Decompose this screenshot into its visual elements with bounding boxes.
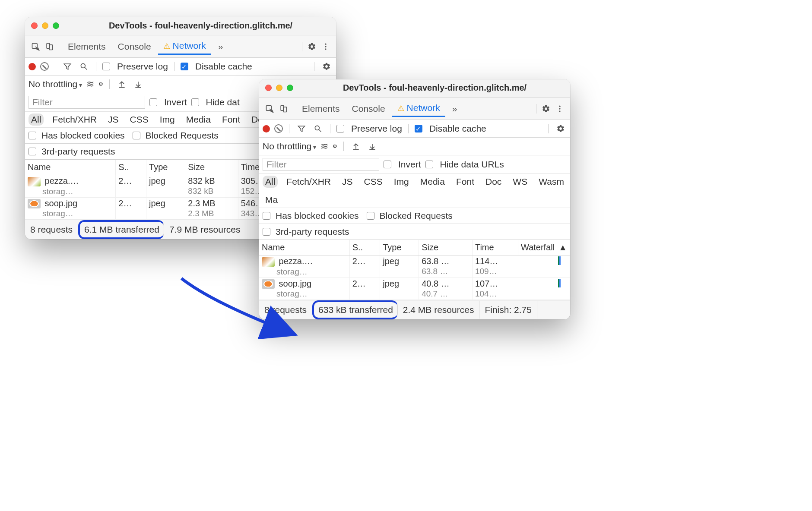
network-conditions-icon[interactable] [320,141,328,152]
col-name[interactable]: Name [25,160,116,175]
filter-font[interactable]: Font [454,176,477,188]
zoom-icon[interactable] [53,22,59,29]
clear-button[interactable] [40,62,49,71]
settings-icon[interactable] [306,41,318,53]
col-type[interactable]: Type [146,160,185,175]
inspect-icon[interactable] [29,41,41,53]
invert-label: Invert [398,159,421,170]
status-bar: 8 requests 633 kB transferred 2.4 MB res… [259,300,570,319]
svg-point-13 [315,126,319,130]
close-icon[interactable] [31,22,38,29]
network-toolbar: Preserve log Disable cache [25,58,336,76]
table-row[interactable]: pezza.… storag… 2… jpeg 63.8 …63.8 … 114… [259,256,570,278]
third-party-checkbox[interactable] [29,148,36,155]
col-time[interactable]: Time [472,240,518,256]
download-har-icon[interactable] [132,78,144,90]
svg-point-12 [559,110,560,112]
clear-button[interactable] [274,124,283,133]
zoom-icon[interactable] [287,85,293,91]
invert-checkbox[interactable] [149,98,157,106]
table-row[interactable]: soop.jpg storag… 2… jpeg 40.8 …40.7 … 10… [259,278,570,300]
upload-har-icon[interactable] [116,78,128,90]
thumbnail-icon [28,177,41,186]
col-name[interactable]: Name [259,240,349,256]
tab-network[interactable]: Network [392,100,445,117]
disable-cache-checkbox[interactable] [181,63,188,70]
hide-data-checkbox[interactable] [425,161,433,168]
download-har-icon[interactable] [366,140,378,152]
tab-more[interactable]: » [213,39,228,54]
thumbnail-icon [262,257,275,267]
panel-tabs: Elements Console Network » [25,35,336,58]
filter-icon[interactable] [61,60,73,73]
blocked-requests-checkbox[interactable] [133,132,140,139]
filter-icon[interactable] [295,123,308,135]
col-status[interactable]: S.. [349,240,380,256]
filter-js[interactable]: JS [339,176,355,188]
record-button[interactable] [263,125,270,132]
tab-more[interactable]: » [447,101,463,117]
col-size[interactable]: Size [185,160,238,175]
network-settings-icon[interactable] [320,60,333,73]
filter-font[interactable]: Font [219,114,243,126]
minimize-icon[interactable] [276,85,282,91]
hide-data-checkbox[interactable] [191,98,199,106]
tab-network[interactable]: Network [158,38,211,55]
tab-elements[interactable]: Elements [63,39,111,54]
preserve-log-checkbox[interactable] [336,125,344,132]
filter-all[interactable]: All [263,176,278,188]
search-icon[interactable] [78,60,90,73]
filter-media[interactable]: Media [184,114,213,126]
filter-input[interactable]: Filter [29,96,145,109]
filter-ws[interactable]: WS [510,176,530,188]
status-resources: 2.4 MB resources [398,301,480,319]
throttling-select[interactable]: No throttling [29,79,82,89]
filter-css[interactable]: CSS [127,114,151,126]
col-size[interactable]: Size [419,240,473,256]
device-toggle-icon[interactable] [43,41,55,53]
filter-input[interactable]: Filter [263,158,379,171]
col-waterfall[interactable]: Waterfall▲ [518,240,570,256]
tab-console[interactable]: Console [113,39,156,54]
settings-icon[interactable] [540,103,552,115]
filter-wasm[interactable]: Wasm [536,176,567,188]
throttling-toolbar: No throttling [259,138,570,155]
preserve-log-checkbox[interactable] [102,63,110,70]
filter-img[interactable]: Img [157,114,178,126]
network-settings-icon[interactable] [555,123,567,135]
third-party-checkbox[interactable] [263,228,270,236]
tab-console[interactable]: Console [347,101,390,117]
minimize-icon[interactable] [42,22,48,29]
close-icon[interactable] [265,85,272,91]
invert-checkbox[interactable] [384,161,391,168]
network-conditions-icon[interactable] [86,79,94,90]
blocked-cookies-checkbox[interactable] [29,132,36,139]
disable-cache-checkbox[interactable] [415,125,422,132]
title-bar[interactable]: DevTools - foul-heavenly-direction.glitc… [259,79,570,98]
record-button[interactable] [29,63,36,70]
col-type[interactable]: Type [380,240,419,256]
more-icon[interactable] [320,41,332,53]
filter-js[interactable]: JS [105,114,121,126]
search-icon[interactable] [312,123,324,135]
blocked-cookies-checkbox[interactable] [263,212,270,220]
filter-manifest[interactable]: Ma [263,194,280,206]
filter-doc[interactable]: Doc [483,176,504,188]
title-bar[interactable]: DevTools - foul-heavenly-direction.glitc… [25,17,336,35]
col-status[interactable]: S.. [116,160,146,175]
filter-all[interactable]: All [29,114,44,126]
device-toggle-icon[interactable] [277,103,289,115]
status-requests: 8 requests [259,301,312,319]
filter-xhr[interactable]: Fetch/XHR [284,176,333,188]
filter-css[interactable]: CSS [362,176,385,188]
filter-img[interactable]: Img [391,176,412,188]
throttling-select[interactable]: No throttling [263,141,316,151]
blocked-requests-checkbox[interactable] [367,212,374,220]
upload-har-icon[interactable] [350,140,362,152]
preserve-log-label: Preserve log [351,123,402,134]
filter-xhr[interactable]: Fetch/XHR [50,114,99,126]
more-icon[interactable] [554,103,566,115]
filter-media[interactable]: Media [418,176,447,188]
inspect-icon[interactable] [263,103,276,115]
tab-elements[interactable]: Elements [297,101,345,117]
